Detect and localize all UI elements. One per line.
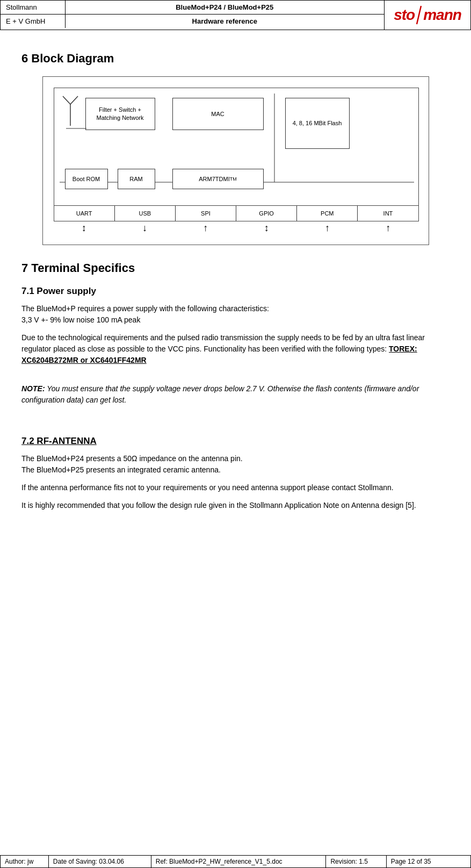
company-name: Stollmann bbox=[1, 1, 65, 15]
logo-slash-icon bbox=[415, 5, 423, 25]
mac-block: MAC bbox=[172, 98, 264, 130]
section6-title: 6 Block Diagram bbox=[21, 52, 450, 66]
section72-para2: If the antenna performance fits not to y… bbox=[21, 482, 450, 493]
product-name: BlueMod+P24 / BlueMod+P25 bbox=[65, 1, 384, 15]
spi-block: SPI bbox=[176, 206, 236, 221]
arrow-gpio: ↕ bbox=[236, 223, 296, 234]
filter-switch-block: Filter + Switch + Matching Network bbox=[85, 98, 155, 130]
svg-line-0 bbox=[417, 6, 421, 24]
block-diagram: Filter + Switch + Matching Network MAC 4… bbox=[42, 76, 429, 245]
int-block: INT bbox=[358, 206, 418, 221]
footer-page: Page 12 of 35 bbox=[386, 856, 470, 868]
section71-para1: The BlueMod+P requires a power supply wi… bbox=[21, 303, 450, 326]
section72-para3: It is highly recommended that you follow… bbox=[21, 500, 450, 511]
footer-author: Author: jw bbox=[1, 856, 49, 868]
arm-block: ARM7TDMITM bbox=[172, 169, 264, 189]
flash-block: 4, 8, 16 MBit Flash bbox=[285, 98, 350, 149]
uart-block: UART bbox=[54, 206, 115, 221]
svg-line-2 bbox=[63, 96, 70, 104]
arrow-int: ↑ bbox=[358, 223, 418, 234]
footer-date: Date of Saving: 03.04.06 bbox=[48, 856, 151, 868]
section71-para2: Due to the technological requirements an… bbox=[21, 332, 450, 366]
section7-title: 7 Terminal Specifics bbox=[21, 261, 450, 275]
note-para: NOTE: You must ensure that the supply vo… bbox=[21, 383, 450, 406]
section72-para1: The BlueMod+P24 presents a 50Ω impedance… bbox=[21, 453, 450, 476]
antenna-icon bbox=[59, 94, 83, 128]
section71-title: 7.1 Power supply bbox=[21, 286, 450, 297]
footer-revision: Revision: 1.5 bbox=[326, 856, 386, 868]
arrow-usb: ↓ bbox=[114, 223, 175, 234]
gpio-block: GPIO bbox=[236, 206, 297, 221]
arrow-spi: ↑ bbox=[175, 223, 236, 234]
ram-block: RAM bbox=[118, 169, 155, 189]
company-logo: sto mann bbox=[385, 1, 470, 30]
pcm-block: PCM bbox=[297, 206, 358, 221]
section72-title: 7.2 RF-ANTENNA bbox=[21, 436, 450, 447]
arrow-uart: ↕ bbox=[54, 223, 114, 234]
interface-row: UART USB SPI GPIO PCM INT bbox=[54, 206, 419, 221]
footer-ref: Ref: BlueMod+P2_HW_reference_V1_5.doc bbox=[151, 856, 326, 868]
doc-type: Hardware reference bbox=[65, 15, 384, 28]
company-full-name: E + V GmbH bbox=[1, 15, 65, 28]
usb-block: USB bbox=[115, 206, 176, 221]
bootrom-block: Boot ROM bbox=[65, 169, 108, 189]
tm-mark: TM bbox=[230, 176, 237, 182]
arrow-pcm: ↑ bbox=[297, 223, 358, 234]
svg-line-3 bbox=[70, 96, 78, 104]
